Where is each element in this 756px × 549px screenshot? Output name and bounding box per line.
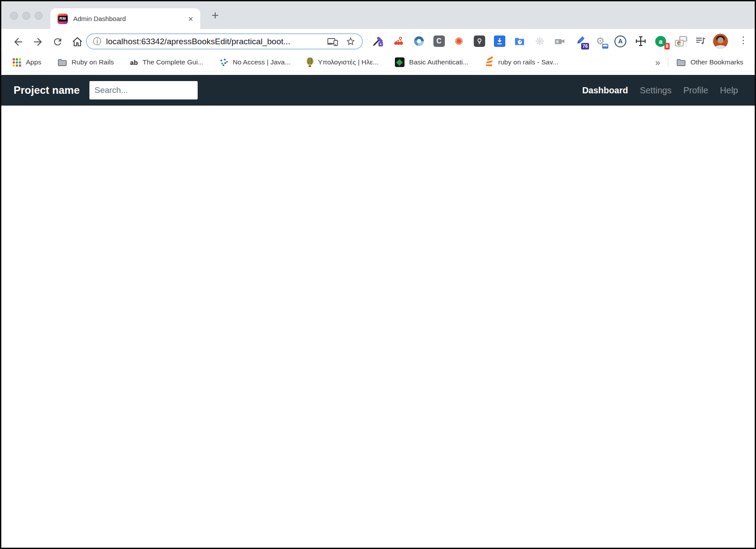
orange-gear-extension-icon[interactable]: ✺ bbox=[452, 35, 466, 48]
media-queue-icon[interactable] bbox=[695, 35, 707, 49]
blue-swirl-extension-icon[interactable] bbox=[412, 35, 426, 48]
tab-title: Admin Dashboard bbox=[73, 15, 126, 22]
search-input[interactable] bbox=[89, 81, 198, 99]
bookmark-ruby-on-rails-stackoverflow[interactable]: ruby on rails - Sav... bbox=[485, 58, 558, 67]
pen-annotator-extension-icon[interactable]: 76 bbox=[573, 35, 587, 48]
navbar-brand[interactable]: Project name bbox=[14, 84, 80, 96]
bookmark-ruby-on-rails[interactable]: Ruby on Rails bbox=[57, 58, 114, 66]
bookmark-no-access-java[interactable]: No Access | Java... bbox=[220, 58, 291, 67]
back-icon[interactable] bbox=[11, 35, 25, 49]
eyedropper-extension-icon[interactable] bbox=[372, 35, 385, 48]
nav-link-dashboard[interactable]: Dashboard bbox=[582, 85, 628, 96]
folder-gauge-extension-icon[interactable] bbox=[513, 35, 526, 48]
browser-toolbar: ⓘ localhost:63342/apressBooksEdit/practi… bbox=[1, 29, 755, 53]
green-diamond-icon bbox=[395, 57, 405, 67]
bookmark-the-complete-guide[interactable]: ab The Complete Gui... bbox=[130, 58, 203, 66]
site-navbar: Project name Dashboard Settings Profile … bbox=[1, 75, 755, 106]
scatter-dots-icon bbox=[220, 58, 228, 67]
tab-strip: RM Admin Dashboard × + bbox=[1, 1, 755, 29]
a-circle-extension-icon[interactable]: A bbox=[614, 35, 627, 48]
c-square-label: C bbox=[433, 35, 445, 47]
nav-link-settings[interactable]: Settings bbox=[640, 85, 671, 96]
ab-icon: ab bbox=[130, 59, 138, 66]
bookmarks-overflow-icon[interactable]: » bbox=[655, 57, 660, 67]
crosshair-extension-icon[interactable] bbox=[634, 35, 647, 48]
bookmarks-divider bbox=[668, 57, 668, 67]
gear-window-extension-icon[interactable]: ⚙ bbox=[593, 35, 607, 48]
bookmark-star-icon[interactable] bbox=[345, 36, 356, 47]
page-content: Project name Dashboard Settings Profile … bbox=[1, 71, 755, 548]
forward-icon[interactable] bbox=[31, 35, 45, 49]
extensions-row: C ✺ bbox=[372, 29, 688, 53]
toolbar-divider bbox=[686, 36, 686, 47]
people-graph-extension-icon[interactable] bbox=[392, 35, 405, 48]
balloon-icon bbox=[307, 57, 313, 67]
new-tab-button[interactable]: + bbox=[207, 7, 223, 23]
browser-window: RM Admin Dashboard × + ⓘ localhost:63342… bbox=[0, 0, 756, 549]
page-info-icon[interactable]: ⓘ bbox=[93, 37, 101, 46]
favicon-text: RM bbox=[58, 16, 67, 21]
pen-extension-badge: 76 bbox=[581, 43, 589, 50]
folder-icon bbox=[676, 59, 685, 66]
url-text[interactable]: localhost:63342/apressBooksEdit/practica… bbox=[106, 37, 320, 46]
page-top-gap bbox=[1, 71, 755, 75]
stackoverflow-icon bbox=[485, 58, 493, 67]
disabled-flower-extension-icon[interactable]: ❋ bbox=[533, 35, 547, 48]
minimize-window-button[interactable] bbox=[22, 12, 30, 20]
lighthouse-extension-icon[interactable] bbox=[472, 35, 486, 48]
camera-extension-icon[interactable] bbox=[553, 35, 567, 48]
download-extension-icon[interactable] bbox=[493, 35, 506, 48]
navbar-links: Dashboard Settings Profile Help bbox=[582, 85, 738, 96]
bookmark-basic-authentication[interactable]: Basic Authenticati... bbox=[395, 57, 469, 67]
other-bookmarks-button[interactable]: Other Bookmarks bbox=[676, 58, 743, 66]
reload-icon[interactable] bbox=[50, 35, 64, 49]
bookmarks-bar: Apps Ruby on Rails ab The Complete Gui..… bbox=[1, 53, 755, 71]
close-window-button[interactable] bbox=[10, 12, 18, 20]
window-controls bbox=[10, 12, 43, 20]
apps-grid-icon bbox=[13, 58, 21, 67]
close-tab-icon[interactable]: × bbox=[188, 14, 193, 23]
nav-link-profile[interactable]: Profile bbox=[683, 85, 708, 96]
profile-avatar[interactable] bbox=[713, 34, 728, 49]
folder-icon bbox=[57, 59, 67, 66]
adblock-extension-icon[interactable]: a 8 bbox=[654, 35, 667, 48]
rubymine-favicon-icon: RM bbox=[57, 14, 68, 24]
browser-tab[interactable]: RM Admin Dashboard × bbox=[50, 8, 200, 29]
nav-link-help[interactable]: Help bbox=[720, 85, 738, 96]
zoom-window-button[interactable] bbox=[35, 12, 43, 20]
send-to-device-icon[interactable] bbox=[327, 36, 338, 47]
c-square-extension-icon[interactable]: C bbox=[432, 35, 446, 48]
adblock-extension-badge: 8 bbox=[664, 43, 670, 50]
home-icon[interactable] bbox=[70, 35, 84, 49]
bookmark-ypologistes[interactable]: Υπολογιστές | Ηλε... bbox=[307, 57, 379, 67]
bookmark-apps[interactable]: Apps bbox=[13, 58, 41, 67]
address-bar[interactable]: ⓘ localhost:63342/apressBooksEdit/practi… bbox=[86, 33, 363, 50]
browser-menu-icon[interactable]: ⋮ bbox=[738, 35, 748, 46]
